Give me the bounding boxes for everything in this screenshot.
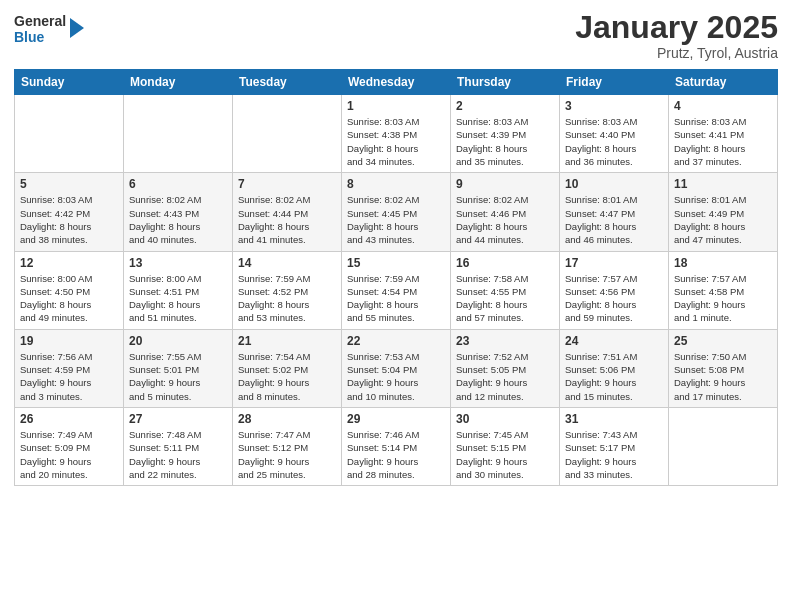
- calendar-cell-w4-d0: 19Sunrise: 7:56 AM Sunset: 4:59 PM Dayli…: [15, 329, 124, 407]
- day-info: Sunrise: 7:50 AM Sunset: 5:08 PM Dayligh…: [674, 350, 772, 403]
- calendar-cell-w3-d4: 16Sunrise: 7:58 AM Sunset: 4:55 PM Dayli…: [451, 251, 560, 329]
- day-info: Sunrise: 8:01 AM Sunset: 4:47 PM Dayligh…: [565, 193, 663, 246]
- calendar-cell-w3-d3: 15Sunrise: 7:59 AM Sunset: 4:54 PM Dayli…: [342, 251, 451, 329]
- day-number: 20: [129, 334, 227, 348]
- week-row-5: 26Sunrise: 7:49 AM Sunset: 5:09 PM Dayli…: [15, 407, 778, 485]
- day-number: 27: [129, 412, 227, 426]
- day-number: 28: [238, 412, 336, 426]
- day-number: 8: [347, 177, 445, 191]
- header-friday: Friday: [560, 70, 669, 95]
- calendar-cell-w4-d3: 22Sunrise: 7:53 AM Sunset: 5:04 PM Dayli…: [342, 329, 451, 407]
- calendar-cell-w5-d1: 27Sunrise: 7:48 AM Sunset: 5:11 PM Dayli…: [124, 407, 233, 485]
- day-number: 11: [674, 177, 772, 191]
- day-info: Sunrise: 8:02 AM Sunset: 4:43 PM Dayligh…: [129, 193, 227, 246]
- weekday-header-row: Sunday Monday Tuesday Wednesday Thursday…: [15, 70, 778, 95]
- day-number: 2: [456, 99, 554, 113]
- day-number: 15: [347, 256, 445, 270]
- day-info: Sunrise: 7:52 AM Sunset: 5:05 PM Dayligh…: [456, 350, 554, 403]
- calendar-cell-w4-d1: 20Sunrise: 7:55 AM Sunset: 5:01 PM Dayli…: [124, 329, 233, 407]
- calendar: Sunday Monday Tuesday Wednesday Thursday…: [14, 69, 778, 486]
- calendar-cell-w3-d2: 14Sunrise: 7:59 AM Sunset: 4:52 PM Dayli…: [233, 251, 342, 329]
- day-number: 30: [456, 412, 554, 426]
- day-info: Sunrise: 7:58 AM Sunset: 4:55 PM Dayligh…: [456, 272, 554, 325]
- day-number: 10: [565, 177, 663, 191]
- header-saturday: Saturday: [669, 70, 778, 95]
- week-row-2: 5Sunrise: 8:03 AM Sunset: 4:42 PM Daylig…: [15, 173, 778, 251]
- calendar-cell-w2-d4: 9Sunrise: 8:02 AM Sunset: 4:46 PM Daylig…: [451, 173, 560, 251]
- day-number: 13: [129, 256, 227, 270]
- calendar-cell-w2-d1: 6Sunrise: 8:02 AM Sunset: 4:43 PM Daylig…: [124, 173, 233, 251]
- day-number: 17: [565, 256, 663, 270]
- day-number: 24: [565, 334, 663, 348]
- calendar-cell-w5-d3: 29Sunrise: 7:46 AM Sunset: 5:14 PM Dayli…: [342, 407, 451, 485]
- calendar-cell-w1-d2: [233, 95, 342, 173]
- calendar-cell-w2-d3: 8Sunrise: 8:02 AM Sunset: 4:45 PM Daylig…: [342, 173, 451, 251]
- day-number: 21: [238, 334, 336, 348]
- day-number: 12: [20, 256, 118, 270]
- day-number: 22: [347, 334, 445, 348]
- calendar-cell-w2-d2: 7Sunrise: 8:02 AM Sunset: 4:44 PM Daylig…: [233, 173, 342, 251]
- day-info: Sunrise: 7:49 AM Sunset: 5:09 PM Dayligh…: [20, 428, 118, 481]
- day-info: Sunrise: 8:02 AM Sunset: 4:46 PM Dayligh…: [456, 193, 554, 246]
- calendar-cell-w3-d0: 12Sunrise: 8:00 AM Sunset: 4:50 PM Dayli…: [15, 251, 124, 329]
- svg-text:General: General: [14, 13, 66, 29]
- week-row-4: 19Sunrise: 7:56 AM Sunset: 4:59 PM Dayli…: [15, 329, 778, 407]
- day-number: 14: [238, 256, 336, 270]
- day-number: 18: [674, 256, 772, 270]
- day-info: Sunrise: 7:53 AM Sunset: 5:04 PM Dayligh…: [347, 350, 445, 403]
- calendar-cell-w4-d4: 23Sunrise: 7:52 AM Sunset: 5:05 PM Dayli…: [451, 329, 560, 407]
- day-number: 7: [238, 177, 336, 191]
- header-tuesday: Tuesday: [233, 70, 342, 95]
- header-thursday: Thursday: [451, 70, 560, 95]
- day-info: Sunrise: 7:46 AM Sunset: 5:14 PM Dayligh…: [347, 428, 445, 481]
- day-number: 19: [20, 334, 118, 348]
- title-month: January 2025: [575, 10, 778, 45]
- calendar-cell-w3-d5: 17Sunrise: 7:57 AM Sunset: 4:56 PM Dayli…: [560, 251, 669, 329]
- calendar-cell-w1-d0: [15, 95, 124, 173]
- svg-marker-1: [70, 18, 84, 38]
- calendar-cell-w1-d3: 1Sunrise: 8:03 AM Sunset: 4:38 PM Daylig…: [342, 95, 451, 173]
- day-info: Sunrise: 8:03 AM Sunset: 4:41 PM Dayligh…: [674, 115, 772, 168]
- day-info: Sunrise: 7:59 AM Sunset: 4:54 PM Dayligh…: [347, 272, 445, 325]
- day-info: Sunrise: 7:59 AM Sunset: 4:52 PM Dayligh…: [238, 272, 336, 325]
- day-info: Sunrise: 8:00 AM Sunset: 4:51 PM Dayligh…: [129, 272, 227, 325]
- day-info: Sunrise: 8:02 AM Sunset: 4:45 PM Dayligh…: [347, 193, 445, 246]
- day-info: Sunrise: 7:54 AM Sunset: 5:02 PM Dayligh…: [238, 350, 336, 403]
- day-info: Sunrise: 7:48 AM Sunset: 5:11 PM Dayligh…: [129, 428, 227, 481]
- svg-text:Blue: Blue: [14, 29, 45, 45]
- header: GeneralBlue January 2025 Prutz, Tyrol, A…: [14, 10, 778, 61]
- header-sunday: Sunday: [15, 70, 124, 95]
- day-number: 9: [456, 177, 554, 191]
- calendar-cell-w5-d0: 26Sunrise: 7:49 AM Sunset: 5:09 PM Dayli…: [15, 407, 124, 485]
- title-location: Prutz, Tyrol, Austria: [575, 45, 778, 61]
- day-number: 1: [347, 99, 445, 113]
- calendar-cell-w4-d5: 24Sunrise: 7:51 AM Sunset: 5:06 PM Dayli…: [560, 329, 669, 407]
- day-number: 5: [20, 177, 118, 191]
- calendar-cell-w4-d2: 21Sunrise: 7:54 AM Sunset: 5:02 PM Dayli…: [233, 329, 342, 407]
- logo-icon: GeneralBlue: [14, 10, 84, 50]
- day-info: Sunrise: 7:43 AM Sunset: 5:17 PM Dayligh…: [565, 428, 663, 481]
- week-row-3: 12Sunrise: 8:00 AM Sunset: 4:50 PM Dayli…: [15, 251, 778, 329]
- calendar-cell-w1-d4: 2Sunrise: 8:03 AM Sunset: 4:39 PM Daylig…: [451, 95, 560, 173]
- day-number: 3: [565, 99, 663, 113]
- day-info: Sunrise: 7:57 AM Sunset: 4:58 PM Dayligh…: [674, 272, 772, 325]
- day-info: Sunrise: 8:03 AM Sunset: 4:39 PM Dayligh…: [456, 115, 554, 168]
- day-info: Sunrise: 8:02 AM Sunset: 4:44 PM Dayligh…: [238, 193, 336, 246]
- day-info: Sunrise: 7:57 AM Sunset: 4:56 PM Dayligh…: [565, 272, 663, 325]
- calendar-cell-w2-d5: 10Sunrise: 8:01 AM Sunset: 4:47 PM Dayli…: [560, 173, 669, 251]
- calendar-cell-w1-d6: 4Sunrise: 8:03 AM Sunset: 4:41 PM Daylig…: [669, 95, 778, 173]
- day-number: 16: [456, 256, 554, 270]
- day-info: Sunrise: 7:51 AM Sunset: 5:06 PM Dayligh…: [565, 350, 663, 403]
- header-wednesday: Wednesday: [342, 70, 451, 95]
- calendar-cell-w2-d0: 5Sunrise: 8:03 AM Sunset: 4:42 PM Daylig…: [15, 173, 124, 251]
- header-monday: Monday: [124, 70, 233, 95]
- day-info: Sunrise: 7:55 AM Sunset: 5:01 PM Dayligh…: [129, 350, 227, 403]
- day-info: Sunrise: 8:00 AM Sunset: 4:50 PM Dayligh…: [20, 272, 118, 325]
- day-info: Sunrise: 7:56 AM Sunset: 4:59 PM Dayligh…: [20, 350, 118, 403]
- day-number: 31: [565, 412, 663, 426]
- page: GeneralBlue January 2025 Prutz, Tyrol, A…: [0, 0, 792, 612]
- calendar-cell-w5-d6: [669, 407, 778, 485]
- week-row-1: 1Sunrise: 8:03 AM Sunset: 4:38 PM Daylig…: [15, 95, 778, 173]
- day-number: 4: [674, 99, 772, 113]
- calendar-cell-w3-d6: 18Sunrise: 7:57 AM Sunset: 4:58 PM Dayli…: [669, 251, 778, 329]
